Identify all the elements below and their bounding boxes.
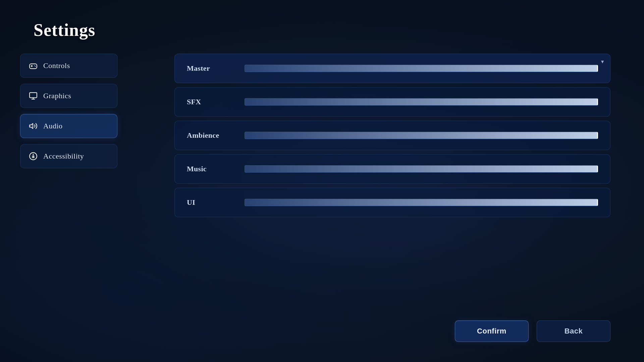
sfx-slider-track[interactable] [245,98,598,106]
ambience-label: Ambience [187,131,234,140]
master-dropdown-arrow[interactable]: ▼ [600,59,605,65]
sfx-row: SFX [174,87,610,117]
sidebar-item-graphics[interactable]: Graphics [20,84,117,108]
svg-marker-8 [30,123,33,128]
sidebar-item-audio[interactable]: Audio [20,114,117,138]
audio-settings-panel: ▼ Master SFX Ambience Music [174,54,610,217]
svg-point-3 [34,65,35,66]
sidebar-item-audio-label: Audio [43,122,63,130]
ui-slider-fill [245,199,598,206]
gamepad-icon [29,61,38,70]
music-label: Music [187,165,234,173]
master-slider-track[interactable] [245,65,598,72]
bottom-buttons: Confirm Back [455,320,610,342]
music-slider-track[interactable] [245,165,598,173]
page-title: Settings [34,20,95,40]
sidebar: Controls Graphics Audio [20,54,117,168]
music-row: Music [174,154,610,184]
sidebar-item-graphics-label: Graphics [43,92,71,100]
ambience-row: Ambience [174,121,610,150]
sidebar-item-accessibility-label: Accessibility [43,152,84,161]
accessibility-icon [29,152,38,161]
sfx-slider-fill [245,99,598,105]
speaker-icon [29,121,38,131]
ambience-slider-fill [245,132,598,139]
master-label: Master [187,64,234,73]
sidebar-item-controls-label: Controls [43,61,70,70]
sidebar-item-controls[interactable]: Controls [20,54,117,78]
master-slider-fill [245,65,598,72]
master-row: ▼ Master [174,54,610,83]
sfx-slider-container[interactable] [245,97,598,107]
back-button[interactable]: Back [537,320,610,342]
svg-point-10 [33,154,34,155]
music-slider-fill [245,166,598,172]
sfx-label: SFX [187,98,234,106]
sidebar-item-accessibility[interactable]: Accessibility [20,144,117,168]
confirm-button[interactable]: Confirm [455,320,529,342]
master-slider-container[interactable] [245,64,598,73]
svg-rect-5 [30,93,37,98]
music-slider-container[interactable] [245,164,598,174]
ui-row: UI [174,188,610,217]
ui-label: UI [187,198,234,207]
ui-slider-track[interactable] [245,199,598,206]
ui-slider-container[interactable] [245,198,598,207]
ambience-slider-container[interactable] [245,131,598,140]
svg-rect-0 [30,64,37,69]
ambience-slider-track[interactable] [245,132,598,139]
svg-point-4 [35,66,36,67]
monitor-icon [29,91,38,101]
